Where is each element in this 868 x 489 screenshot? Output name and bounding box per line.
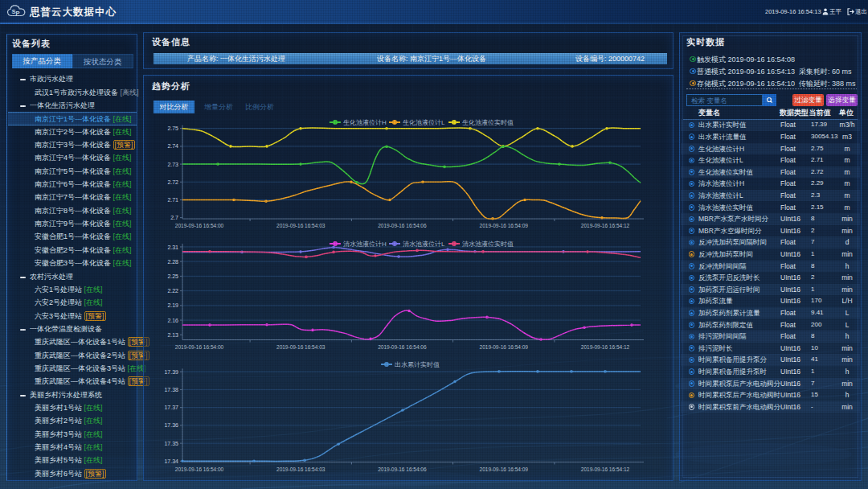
svg-text:P: P [16, 10, 20, 17]
svg-text:2.19: 2.19 [167, 302, 178, 308]
svg-text:2.31: 2.31 [167, 244, 178, 250]
svg-text:2019-09-16 16:54:12: 2019-09-16 16:54:12 [581, 466, 630, 472]
svg-text:2019-09-16 16:54:09: 2019-09-16 16:54:09 [480, 344, 529, 350]
svg-text:17.34: 17.34 [164, 458, 178, 464]
svg-text:清水池液位计L: 清水池液位计L [403, 240, 445, 248]
svg-text:17.37: 17.37 [164, 405, 178, 410]
svg-text:2019-09-16 16:54:06: 2019-09-16 16:54:06 [378, 223, 427, 228]
svg-text:2.72: 2.72 [167, 179, 178, 185]
svg-text:2019-09-16 16:54:09: 2019-09-16 16:54:09 [480, 223, 529, 228]
svg-text:生化池液位计H: 生化池液位计H [343, 119, 387, 126]
svg-text:17.36: 17.36 [164, 422, 178, 428]
svg-text:2.28: 2.28 [167, 259, 178, 265]
svg-text:2.71: 2.71 [167, 197, 178, 203]
svg-text:2.16: 2.16 [167, 318, 178, 323]
svg-text:2019-09-16 16:54:03: 2019-09-16 16:54:03 [276, 466, 326, 472]
svg-text:2.13: 2.13 [167, 332, 178, 338]
svg-text:2.7: 2.7 [170, 215, 178, 220]
svg-text:2.25: 2.25 [167, 273, 178, 279]
svg-text:2019-09-16 16:54:12: 2019-09-16 16:54:12 [581, 344, 630, 350]
svg-text:2019-09-16 16:54:03: 2019-09-16 16:54:03 [276, 344, 326, 350]
svg-text:17.39: 17.39 [164, 369, 178, 375]
svg-text:清水池液位计H: 清水池液位计H [343, 240, 387, 248]
svg-text:2019-09-16 16:54:00: 2019-09-16 16:54:00 [175, 223, 224, 228]
svg-text:清水池液位实时值: 清水池液位实时值 [462, 240, 514, 248]
svg-text:2019-09-16 16:54:06: 2019-09-16 16:54:06 [378, 466, 427, 472]
svg-text:2019-09-16 16:54:03: 2019-09-16 16:54:03 [276, 223, 326, 228]
svg-text:2019-09-16 16:54:12: 2019-09-16 16:54:12 [581, 223, 630, 228]
svg-text:生化池液位实时值: 生化池液位实时值 [462, 119, 514, 126]
svg-text:2.75: 2.75 [167, 125, 178, 131]
svg-text:17.35: 17.35 [164, 441, 178, 446]
svg-text:生化池液位计L: 生化池液位计L [403, 119, 445, 126]
svg-text:2019-09-16 16:54:00: 2019-09-16 16:54:00 [175, 344, 224, 350]
svg-text:2019-09-16 16:54:09: 2019-09-16 16:54:09 [480, 466, 529, 472]
svg-text:出水累计实时值: 出水累计实时值 [395, 361, 440, 368]
svg-text:2019-09-16 16:54:00: 2019-09-16 16:54:00 [175, 466, 224, 472]
svg-text:2.74: 2.74 [167, 143, 178, 149]
svg-text:2.22: 2.22 [167, 288, 178, 294]
svg-text:2019-09-16 16:54:06: 2019-09-16 16:54:06 [378, 344, 427, 350]
svg-text:2.73: 2.73 [167, 162, 178, 167]
svg-text:17.38: 17.38 [164, 387, 178, 392]
